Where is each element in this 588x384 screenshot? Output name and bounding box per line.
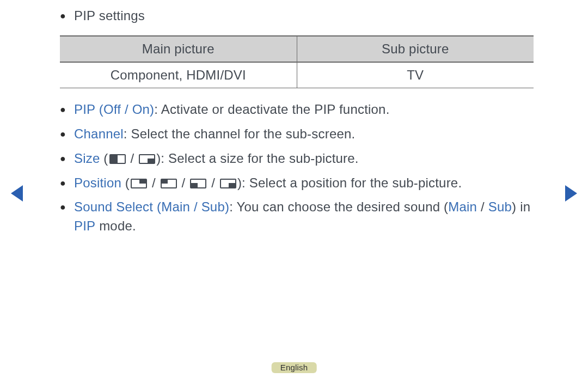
slash: / — [207, 175, 219, 190]
item-text: PIP (Off / On): Activate or deactivate t… — [74, 100, 534, 119]
sound-sep: / — [477, 199, 488, 214]
desc-sound-post2: mode. — [95, 218, 136, 233]
size-corner-icon — [139, 154, 155, 164]
pos-tl-icon — [161, 179, 177, 188]
item-text: Channel: Select the channel for the sub-… — [74, 125, 534, 144]
language-badge: English — [272, 362, 317, 373]
item-text: Size ( / ): Select a size for the sub-pi… — [74, 149, 534, 168]
section-title: PIP settings — [74, 7, 534, 26]
pos-tr-icon — [131, 179, 147, 188]
bullet-icon: ● — [60, 125, 74, 143]
size-half-icon — [109, 154, 126, 164]
nav-prev-arrow[interactable] — [11, 185, 23, 202]
desc-size: ): Select a size for the sub-picture. — [156, 151, 359, 166]
table-header-row: Main picture Sub picture — [60, 36, 534, 62]
desc-position: ): Select a position for the sub-picture… — [237, 175, 462, 190]
item-sound: ● Sound Select (Main / Sub): You can cho… — [60, 198, 534, 236]
pip-table: Main picture Sub picture Component, HDMI… — [60, 35, 534, 89]
paren-open: ( — [121, 175, 130, 190]
th-sub: Sub picture — [297, 36, 534, 62]
sound-sub: Sub — [488, 199, 512, 214]
item-text: Position ( / / / ): Select a position fo… — [74, 174, 534, 193]
slash: / — [148, 175, 160, 190]
sound-main: Main — [448, 199, 477, 214]
page-content: ● PIP settings Main picture Sub picture … — [60, 7, 534, 241]
label-channel: Channel — [74, 126, 124, 141]
table-row: Component, HDMI/DVI TV — [60, 62, 534, 88]
label-position: Position — [74, 175, 121, 190]
desc-channel: : Select the channel for the sub-screen. — [124, 126, 356, 141]
label-size: Size — [74, 151, 100, 166]
desc-sound-pre: : You can choose the desired sound ( — [229, 199, 448, 214]
pos-br-icon — [220, 179, 236, 188]
bullet-icon: ● — [60, 149, 74, 168]
label-pip: PIP (Off / On) — [74, 102, 154, 117]
sound-pip: PIP — [74, 218, 95, 233]
item-position: ● Position ( / / / ): Select a position … — [60, 174, 534, 193]
bullet-icon: ● — [60, 198, 74, 216]
nav-next-arrow[interactable] — [565, 185, 577, 202]
section-title-row: ● PIP settings — [60, 7, 534, 26]
label-sound: Sound Select (Main / Sub) — [74, 199, 229, 214]
slash: / — [178, 175, 189, 190]
item-channel: ● Channel: Select the channel for the su… — [60, 125, 534, 144]
pos-bl-icon — [190, 179, 206, 188]
bullet-icon: ● — [60, 100, 74, 119]
td-sub: TV — [297, 62, 534, 88]
th-main: Main picture — [60, 36, 297, 62]
bullet-icon: ● — [60, 174, 74, 192]
item-size: ● Size ( / ): Select a size for the sub-… — [60, 149, 534, 168]
slash: / — [127, 151, 138, 166]
desc-pip: : Activate or deactivate the PIP functio… — [154, 102, 389, 117]
td-main: Component, HDMI/DVI — [60, 62, 297, 88]
desc-sound-post1: ) in — [512, 199, 530, 214]
paren-open: ( — [100, 151, 108, 166]
bullet-icon: ● — [60, 7, 74, 25]
item-pip: ● PIP (Off / On): Activate or deactivate… — [60, 100, 534, 119]
item-text: Sound Select (Main / Sub): You can choos… — [74, 198, 534, 236]
